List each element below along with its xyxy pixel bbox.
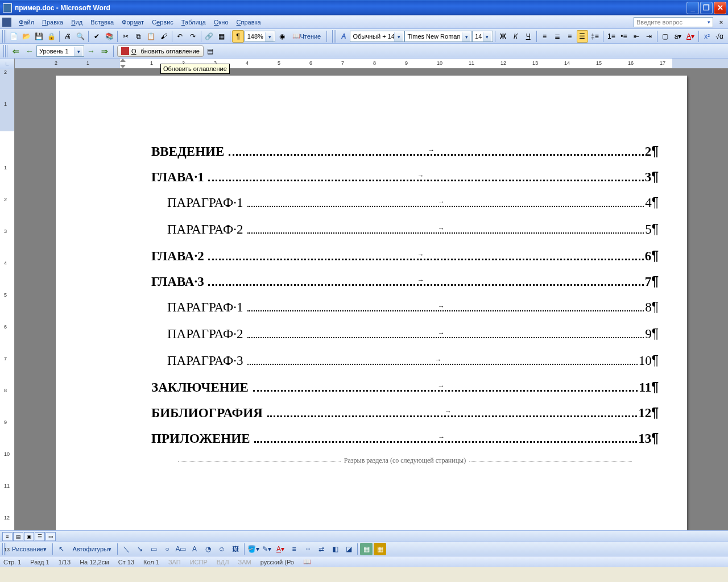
reading-view-icon[interactable]: ▭: [46, 532, 56, 541]
diagram-icon[interactable]: ◔: [202, 543, 214, 555]
line-spacing-icon[interactable]: ‡≡: [589, 30, 601, 43]
close-document-button[interactable]: ×: [717, 18, 726, 27]
document-page[interactable]: ВВЕДЕНИЕ →2¶ГЛАВА·1 →3¶ПАРАГРАФ·1 →4¶ПАР…: [56, 76, 687, 530]
wordart-icon[interactable]: A: [188, 543, 201, 555]
align-right-icon[interactable]: ≡: [564, 30, 576, 43]
styles-pane-icon[interactable]: A: [338, 30, 349, 43]
decrease-indent-icon[interactable]: ⇤: [631, 30, 642, 43]
copy-icon[interactable]: ⧉: [133, 30, 144, 43]
toc-entry[interactable]: ПАРАГРАФ·1 →4¶: [151, 195, 659, 210]
help-search-box[interactable]: Введите вопрос: [634, 17, 713, 27]
italic-icon[interactable]: К: [510, 30, 522, 43]
save-icon[interactable]: 💾: [33, 30, 44, 43]
status-trk[interactable]: ИСПР: [190, 559, 208, 566]
insert-table-icon[interactable]: ▦: [360, 543, 373, 555]
hyperlink-icon[interactable]: 🔗: [203, 30, 214, 43]
document-area[interactable]: ВВЕДЕНИЕ →2¶ГЛАВА·1 →3¶ПАРАГРАФ·1 →4¶ПАР…: [15, 69, 728, 530]
zoom-combo[interactable]: 148%: [245, 31, 276, 42]
spellcheck-status-icon[interactable]: 📖: [303, 558, 311, 566]
demote-icon[interactable]: →: [85, 45, 97, 57]
print-preview-icon[interactable]: 🔍: [75, 30, 86, 43]
line-color-icon[interactable]: ✎▾: [260, 543, 273, 555]
demote-to-body-icon[interactable]: ⇒: [98, 45, 111, 57]
oval-icon[interactable]: ○: [161, 543, 173, 555]
menu-insert[interactable]: Вставка: [86, 18, 118, 27]
3d-icon[interactable]: ◪: [342, 543, 355, 555]
paste-icon[interactable]: 📋: [145, 30, 156, 43]
reading-layout-button[interactable]: 📖 Чтение: [289, 31, 325, 42]
close-button[interactable]: ✕: [714, 2, 726, 14]
dash-style-icon[interactable]: ┄: [301, 543, 314, 555]
toc-entry[interactable]: ГЛАВА·1 →3¶: [151, 169, 659, 185]
font-size-combo[interactable]: 14: [472, 31, 493, 42]
toolbar-grip[interactable]: [3, 45, 8, 57]
select-objects-icon[interactable]: ↖: [55, 543, 68, 555]
horizontal-ruler[interactable]: ∟ 211234567891011121314151617: [0, 59, 728, 69]
maximize-button[interactable]: ❐: [700, 2, 713, 14]
increase-indent-icon[interactable]: ⇥: [643, 30, 655, 43]
open-icon[interactable]: 📂: [20, 30, 32, 43]
style-combo[interactable]: Обычный + 14 п: [350, 31, 404, 42]
update-toc-button[interactable]: Обновить оглавление: [117, 45, 204, 57]
font-color-icon[interactable]: A▾: [685, 30, 696, 43]
equation-icon[interactable]: √α: [714, 30, 725, 43]
permissions-icon[interactable]: 🔒: [46, 30, 57, 43]
promote-to-heading1-icon[interactable]: ⇐: [10, 45, 22, 57]
outline-view-icon[interactable]: ☰: [35, 532, 45, 541]
align-left-icon[interactable]: ≡: [539, 30, 551, 43]
format-painter-icon[interactable]: 🖌: [158, 30, 169, 43]
menu-tools[interactable]: Сервис: [148, 18, 177, 27]
highlight-icon[interactable]: a▾: [672, 30, 684, 43]
drawing-menu[interactable]: Рисование ▾: [9, 543, 50, 555]
numbered-list-icon[interactable]: 1≡: [606, 30, 617, 43]
outline-level-combo[interactable]: Уровень 1: [36, 45, 84, 57]
goto-toc-icon[interactable]: ▤: [204, 45, 217, 57]
line-icon[interactable]: ＼: [120, 543, 133, 555]
toc-entry[interactable]: БИБЛИОГРАФИЯ →12¶: [151, 405, 659, 421]
font-color-draw-icon[interactable]: A▾: [274, 543, 287, 555]
cut-icon[interactable]: ✂: [120, 30, 131, 43]
toc-entry[interactable]: ПАРАГРАФ·3 →10¶: [151, 353, 659, 368]
menu-format[interactable]: Формат: [118, 18, 148, 27]
autoshapes-menu[interactable]: Автофигуры ▾: [69, 543, 115, 555]
undo-icon[interactable]: ↶: [174, 30, 185, 43]
status-language[interactable]: русский (Ро: [260, 559, 294, 566]
toc-entry[interactable]: ПРИЛОЖЕНИЕ →13¶: [151, 431, 659, 446]
menu-help[interactable]: Справка: [233, 18, 265, 27]
menu-window[interactable]: Окно: [210, 18, 233, 27]
show-formatting-icon[interactable]: ¶: [232, 30, 243, 43]
superscript-icon[interactable]: x²: [701, 30, 713, 43]
toc-entry[interactable]: ВВЕДЕНИЕ →2¶: [151, 144, 659, 159]
vertical-ruler[interactable]: 2112345678910111213: [0, 69, 15, 530]
status-ovr[interactable]: ЗАМ: [238, 559, 251, 566]
insert-excel-icon[interactable]: ▦: [374, 543, 386, 555]
toc-entry[interactable]: ПАРАГРАФ·2 →5¶: [151, 222, 659, 237]
align-justify-icon[interactable]: ☰: [577, 30, 588, 43]
toc-entry[interactable]: ПАРАГРАФ·2 →9¶: [151, 326, 659, 342]
fill-color-icon[interactable]: 🪣▾: [247, 543, 259, 555]
web-layout-icon[interactable]: ▤: [13, 532, 23, 541]
toc-entry[interactable]: ЗАКЛЮЧЕНИЕ →11¶: [151, 380, 659, 395]
research-icon[interactable]: 📚: [104, 30, 115, 43]
normal-view-icon[interactable]: ≡: [2, 532, 13, 541]
line-style-icon[interactable]: ≡: [288, 543, 300, 555]
toc-entry[interactable]: ГЛАВА·2 →6¶: [151, 248, 659, 264]
borders-icon[interactable]: ▢: [660, 30, 671, 43]
toc-entry[interactable]: ПАРАГРАФ·1 →8¶: [151, 300, 659, 315]
font-combo[interactable]: Times New Roman: [404, 31, 472, 42]
picture-icon[interactable]: 🖼: [229, 543, 242, 555]
print-layout-icon[interactable]: ▣: [24, 532, 34, 541]
print-icon[interactable]: 🖨: [62, 30, 73, 43]
toolbar-grip[interactable]: [332, 30, 336, 43]
shadow-icon[interactable]: ◧: [329, 543, 341, 555]
toolbar-grip[interactable]: [2, 30, 6, 43]
clipart-icon[interactable]: ☺: [216, 543, 228, 555]
underline-icon[interactable]: Ч: [523, 30, 534, 43]
bold-icon[interactable]: Ж: [498, 30, 509, 43]
toc-entry[interactable]: ГЛАВА·3 →7¶: [151, 274, 659, 289]
menu-edit[interactable]: Правка: [38, 18, 67, 27]
align-center-icon[interactable]: ≣: [552, 30, 563, 43]
redo-icon[interactable]: ↷: [187, 30, 198, 43]
tab-selector[interactable]: ∟: [0, 59, 15, 69]
help-icon[interactable]: ◉: [276, 30, 287, 43]
